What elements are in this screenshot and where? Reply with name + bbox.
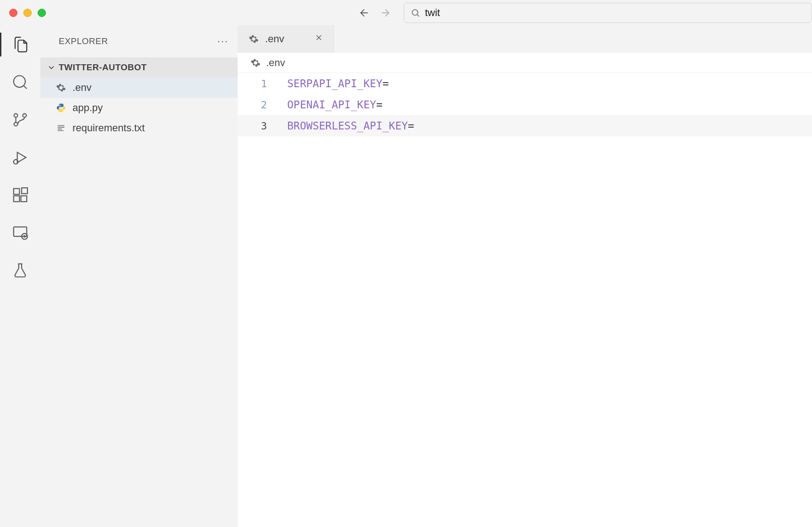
activity-bar — [0, 25, 40, 527]
titlebar — [0, 0, 812, 25]
debug-icon — [11, 149, 29, 166]
file-item[interactable]: app.py — [40, 98, 238, 118]
gear-icon — [55, 82, 67, 94]
file-name: .env — [72, 82, 92, 94]
svg-point-0 — [412, 9, 418, 15]
file-list: .envapp.pyrequirements.txt — [40, 78, 238, 138]
activity-extensions[interactable] — [10, 185, 30, 205]
svg-rect-7 — [14, 196, 20, 202]
traffic-lights — [9, 9, 46, 17]
beaker-icon — [11, 262, 29, 279]
minimize-window-button[interactable] — [23, 9, 32, 17]
search-icon — [411, 8, 420, 18]
line-number: 1 — [238, 78, 287, 90]
command-center-search[interactable] — [404, 3, 812, 23]
code-line[interactable]: 1SERPAPI_API_KEY= — [238, 73, 812, 94]
file-name: requirements.txt — [72, 122, 145, 134]
sidebar-title: EXPLORER — [59, 36, 108, 46]
nav-back-button[interactable] — [358, 6, 371, 19]
activity-explorer[interactable] — [10, 34, 30, 55]
tab-env[interactable]: .env — [238, 25, 334, 53]
line-number: 2 — [238, 99, 287, 111]
editor-area: .env .env 1SERPAPI_API_KEY=2OPENAI_API_K… — [238, 25, 812, 527]
close-icon — [314, 33, 323, 42]
files-icon — [11, 36, 29, 53]
sidebar-more-button[interactable]: ··· — [217, 35, 228, 47]
code-content: BROWSERLESS_API_KEY= — [287, 120, 414, 132]
gear-icon — [250, 57, 261, 69]
file-item[interactable]: requirements.txt — [40, 118, 238, 138]
svg-point-3 — [14, 123, 18, 126]
file-item[interactable]: .env — [40, 78, 238, 98]
file-name: app.py — [72, 102, 103, 114]
svg-point-1 — [14, 76, 25, 87]
svg-rect-10 — [14, 227, 27, 236]
code-editor[interactable]: 1SERPAPI_API_KEY=2OPENAI_API_KEY=3BROWSE… — [238, 73, 812, 527]
code-line[interactable]: 3BROWSERLESS_API_KEY= — [238, 115, 812, 136]
gear-icon — [248, 33, 260, 45]
git-branch-icon — [11, 111, 29, 129]
tab-label: .env — [265, 33, 284, 45]
code-line[interactable]: 2OPENAI_API_KEY= — [238, 94, 812, 115]
close-window-button[interactable] — [9, 9, 17, 17]
svg-point-2 — [14, 114, 18, 118]
search-input[interactable] — [425, 7, 805, 19]
svg-rect-6 — [14, 189, 20, 195]
sidebar: EXPLORER ··· TWITTER-AUTOBOT .envapp.pyr… — [40, 25, 238, 527]
remote-explorer-icon — [11, 224, 29, 241]
chevron-down-icon — [47, 63, 56, 72]
activity-run-debug[interactable] — [10, 147, 30, 168]
python-icon — [55, 102, 67, 114]
activity-search[interactable] — [10, 72, 30, 92]
extensions-icon — [11, 186, 29, 204]
breadcrumb-label: .env — [266, 57, 285, 69]
project-header[interactable]: TWITTER-AUTOBOT — [40, 57, 238, 78]
svg-rect-9 — [22, 188, 28, 194]
breadcrumb[interactable]: .env — [238, 53, 812, 73]
activity-remote[interactable] — [10, 223, 30, 243]
tabs-bar: .env — [238, 25, 812, 53]
activity-testing[interactable] — [10, 260, 30, 280]
code-content: SERPAPI_API_KEY= — [287, 78, 389, 90]
project-name: TWITTER-AUTOBOT — [59, 62, 147, 73]
line-number: 3 — [238, 120, 287, 132]
code-content: OPENAI_API_KEY= — [287, 99, 383, 111]
sidebar-header: EXPLORER ··· — [40, 25, 238, 57]
svg-point-4 — [23, 114, 27, 118]
search-icon — [11, 73, 29, 91]
tab-close-button[interactable] — [314, 33, 323, 45]
nav-arrows — [358, 6, 392, 19]
activity-source-control[interactable] — [10, 110, 30, 130]
svg-rect-8 — [21, 196, 27, 202]
lines-icon — [55, 122, 67, 134]
nav-forward-button[interactable] — [379, 6, 392, 19]
fullscreen-window-button[interactable] — [38, 9, 46, 17]
